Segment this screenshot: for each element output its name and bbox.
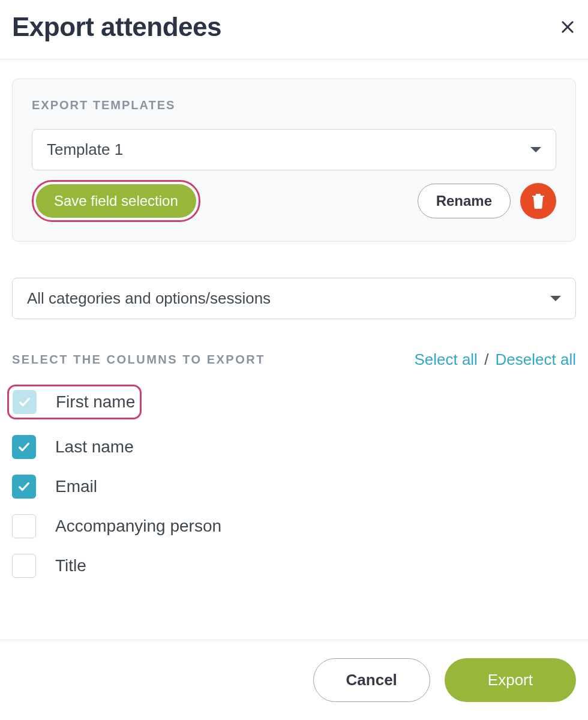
check-icon bbox=[17, 480, 31, 493]
template-select-value: Template 1 bbox=[47, 140, 123, 159]
templates-actions: Save field selection Rename bbox=[32, 180, 556, 222]
templates-section-label: EXPORT TEMPLATES bbox=[32, 98, 556, 112]
check-icon bbox=[17, 440, 31, 454]
column-row: Title bbox=[12, 554, 576, 578]
template-select[interactable]: Template 1 bbox=[32, 129, 556, 170]
select-all-link[interactable]: Select all bbox=[414, 350, 478, 368]
column-row-highlight: First name bbox=[12, 385, 576, 419]
column-label: Title bbox=[55, 556, 86, 575]
export-button[interactable]: Export bbox=[445, 658, 576, 702]
column-label: Email bbox=[55, 477, 97, 496]
categories-select-value: All categories and options/sessions bbox=[27, 289, 271, 308]
caret-down-icon bbox=[550, 296, 561, 301]
column-label: Last name bbox=[55, 437, 134, 457]
checkbox-last-name[interactable] bbox=[12, 435, 36, 459]
column-row: Email bbox=[12, 475, 576, 499]
column-row: Accompanying person bbox=[12, 514, 576, 538]
trash-icon bbox=[531, 193, 545, 209]
columns-section-label: SELECT THE COLUMNS TO EXPORT bbox=[12, 353, 265, 367]
save-selection-highlight: Save field selection bbox=[32, 180, 200, 222]
dialog-title: Export attendees bbox=[12, 12, 221, 42]
first-name-highlight: First name bbox=[7, 385, 142, 419]
check-icon bbox=[18, 395, 31, 409]
column-label: First name bbox=[56, 392, 135, 412]
select-links: Select all / Deselect all bbox=[414, 350, 576, 369]
templates-panel: EXPORT TEMPLATES Template 1 Save field s… bbox=[12, 79, 576, 242]
dialog-footer: Cancel Export bbox=[0, 640, 588, 720]
dialog-header: Export attendees bbox=[0, 0, 588, 59]
close-icon[interactable] bbox=[559, 19, 576, 35]
caret-down-icon bbox=[530, 147, 541, 152]
rename-button[interactable]: Rename bbox=[418, 184, 511, 218]
column-row: Last name bbox=[12, 435, 576, 459]
link-separator: / bbox=[482, 350, 491, 368]
checkbox-accompanying-person[interactable] bbox=[12, 514, 36, 538]
save-field-selection-button[interactable]: Save field selection bbox=[36, 184, 196, 218]
checkbox-first-name[interactable] bbox=[13, 390, 37, 414]
categories-select[interactable]: All categories and options/sessions bbox=[12, 278, 576, 319]
column-list: First name Last name Email Accompanying … bbox=[12, 385, 576, 578]
delete-template-button[interactable] bbox=[520, 183, 556, 219]
columns-header: SELECT THE COLUMNS TO EXPORT Select all … bbox=[12, 350, 576, 369]
deselect-all-link[interactable]: Deselect all bbox=[496, 350, 576, 368]
template-right-actions: Rename bbox=[418, 183, 556, 219]
column-label: Accompanying person bbox=[55, 517, 221, 536]
dialog-content: EXPORT TEMPLATES Template 1 Save field s… bbox=[0, 59, 588, 578]
checkbox-title[interactable] bbox=[12, 554, 36, 578]
cancel-button[interactable]: Cancel bbox=[313, 658, 430, 702]
checkbox-email[interactable] bbox=[12, 475, 36, 499]
